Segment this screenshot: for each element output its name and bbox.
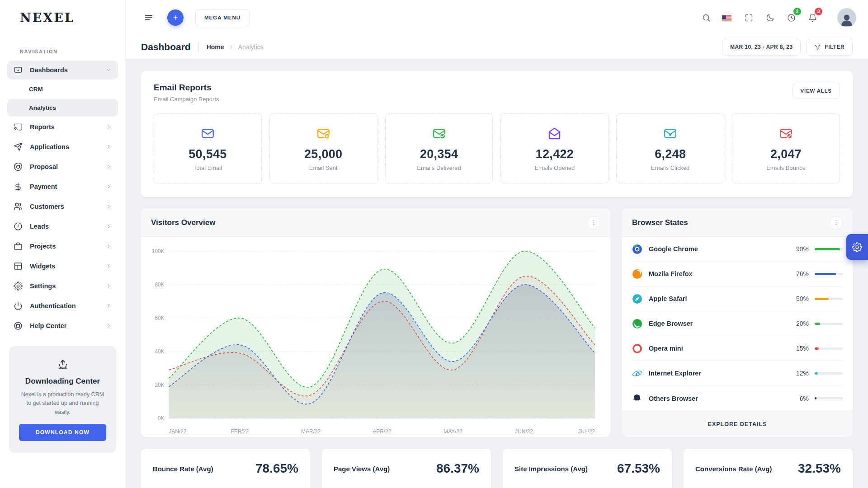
- brand-logo[interactable]: NEXEL: [20, 11, 75, 25]
- chevron-right-icon: [105, 164, 112, 170]
- chevron-down-icon: [105, 67, 112, 73]
- email-reports-title: Email Reports: [154, 83, 219, 93]
- sidebar-toggle-button[interactable]: [140, 9, 157, 26]
- sidebar-item-authentication[interactable]: Authentication: [7, 296, 118, 315]
- filter-button[interactable]: FILTER: [806, 39, 853, 56]
- kpi-value: 78.65%: [255, 461, 298, 476]
- stat-value: 12,422: [505, 147, 604, 161]
- mail-plus-icon: [274, 127, 373, 141]
- funnel-icon: [814, 44, 821, 51]
- breadcrumb-divider: [198, 42, 199, 52]
- download-center-title: Downloading Center: [19, 377, 106, 386]
- download-center-text: Nexel is a production ready CRM to get s…: [19, 390, 106, 417]
- sidebar-item-help-center[interactable]: Help Center: [7, 316, 118, 335]
- email-stat-emails-opened: 12,422Emails Opened: [500, 113, 609, 183]
- visitors-overview-title: Visitors Overview: [151, 218, 215, 227]
- svg-text:e: e: [635, 369, 640, 377]
- browser-states-menu-button[interactable]: [829, 216, 843, 230]
- theme-settings-button[interactable]: [846, 234, 868, 260]
- explore-details-button[interactable]: EXPLORE DETAILS: [622, 411, 853, 437]
- sidebar-item-dashboards[interactable]: Dashboards: [7, 61, 118, 80]
- svg-text:JUL/22: JUL/22: [578, 428, 595, 435]
- main-area: Dashboard Home Analytics MAR 10, 23 - AP…: [126, 35, 868, 488]
- date-range-button[interactable]: MAR 10, 23 - APR 8, 23: [722, 39, 801, 56]
- app-header: NEXEL MEGA MENU 23: [0, 0, 868, 35]
- browser-row-internet-explorer: eInternet Explorer12%: [632, 361, 843, 386]
- svg-text:MAY/22: MAY/22: [443, 428, 462, 435]
- mail-open-icon: [505, 127, 604, 141]
- sidebar-item-projects[interactable]: Projects: [7, 237, 118, 256]
- mail-slash-icon: [737, 127, 835, 141]
- mega-menu-button[interactable]: MEGA MENU: [195, 9, 250, 26]
- sidebar-item-proposal[interactable]: Proposal: [7, 157, 118, 176]
- download-now-button[interactable]: DOWNLOAD NOW: [19, 424, 106, 441]
- layout-icon: [14, 262, 23, 271]
- stat-label: Emails Clicked: [621, 164, 719, 171]
- monitor-icon: [14, 66, 23, 75]
- sidebar-item-label: Leads: [30, 223, 49, 230]
- moon-icon[interactable]: [761, 9, 778, 26]
- browser-name: Others Browser: [649, 395, 698, 402]
- visitors-overview-menu-button[interactable]: [587, 216, 600, 230]
- sidebar-item-applications[interactable]: Applications: [7, 137, 118, 156]
- chevron-right-icon: [228, 44, 234, 50]
- email-stat-tiles: 50,545Total Email25,000Email Sent20,354E…: [154, 113, 840, 183]
- kpi-card-conversions-rate-avg: Conversions Rate (Avg)32.53%: [684, 449, 853, 488]
- stat-label: Total Email: [159, 164, 257, 171]
- sidebar-item-label: Authentication: [30, 302, 76, 310]
- sidebar-item-reports[interactable]: Reports: [7, 117, 118, 136]
- bell-icon[interactable]: 3: [804, 9, 821, 26]
- sidebar-item-settings[interactable]: Settings: [7, 277, 118, 296]
- clock-icon[interactable]: 2: [783, 9, 800, 26]
- sidebar: NAVIGATION DashboardsCRMAnalyticsReports…: [0, 35, 126, 488]
- sidebar-item-label: Reports: [30, 123, 55, 131]
- progress-track: [815, 323, 843, 325]
- svg-text:JUN/22: JUN/22: [515, 428, 533, 435]
- sidebar-item-widgets[interactable]: Widgets: [7, 257, 118, 276]
- progress-fill: [815, 347, 819, 350]
- sidebar-subitem-analytics[interactable]: Analytics: [7, 99, 118, 117]
- breadcrumb-actions: MAR 10, 23 - APR 8, 23 FILTER: [722, 39, 853, 56]
- chevron-right-icon: [105, 183, 112, 190]
- sidebar-item-customers[interactable]: Customers: [7, 197, 118, 216]
- visitors-overview-card: Visitors Overview 0K20K40K60K80K100KJAN/…: [141, 209, 610, 437]
- sidebar-item-label: Applications: [30, 143, 69, 150]
- stat-value: 25,000: [274, 147, 373, 161]
- edge-icon: [632, 319, 642, 329]
- progress-track: [815, 397, 843, 399]
- mail-icon: [159, 127, 257, 141]
- kpi-title: Page Views (Avg): [334, 461, 390, 473]
- sidebar-item-leads[interactable]: Leads: [7, 217, 118, 236]
- progress-fill: [815, 397, 816, 399]
- gear-icon: [14, 282, 23, 291]
- stat-label: Email Sent: [274, 164, 373, 171]
- chevron-right-icon: [105, 203, 112, 210]
- search-icon[interactable]: [698, 9, 715, 26]
- stat-label: Emails Bounce: [737, 164, 835, 171]
- breadcrumb-home-link[interactable]: Home: [207, 43, 224, 51]
- email-stat-total-email: 50,545Total Email: [154, 113, 262, 183]
- area-chart: 0K20K40K60K80K100KJAN/22FEB/22MAR/22APR/…: [142, 241, 608, 437]
- kpi-title: Site Impressions (Avg): [514, 461, 588, 473]
- sidebar-subitem-crm[interactable]: CRM: [7, 80, 118, 98]
- stat-value: 6,248: [621, 147, 719, 161]
- browser-rows: Google Chrome90%Mozila Firefox76%Apple S…: [622, 237, 853, 411]
- breadcrumb-bar: Dashboard Home Analytics MAR 10, 23 - AP…: [126, 35, 868, 59]
- us-flag-icon[interactable]: [719, 9, 736, 26]
- view-alls-button[interactable]: VIEW ALLS: [793, 83, 840, 99]
- breadcrumb-current: Analytics: [238, 43, 264, 51]
- notification-badge: 2: [793, 8, 801, 15]
- quick-add-button[interactable]: [167, 9, 184, 26]
- kpi-value: 86.37%: [436, 461, 479, 476]
- chevron-right-icon: [105, 223, 112, 230]
- progress-track: [815, 372, 843, 375]
- email-stat-email-sent: 25,000Email Sent: [269, 113, 377, 183]
- dollar-icon: [14, 182, 23, 191]
- sidebar-item-payment[interactable]: Payment: [7, 177, 118, 196]
- avatar[interactable]: [837, 8, 856, 27]
- fullscreen-icon[interactable]: [740, 9, 757, 26]
- progress-track: [815, 248, 843, 250]
- kpi-value: 32.53%: [798, 461, 841, 476]
- browser-name: Mozila Firefox: [649, 270, 693, 277]
- stat-value: 50,545: [159, 147, 257, 161]
